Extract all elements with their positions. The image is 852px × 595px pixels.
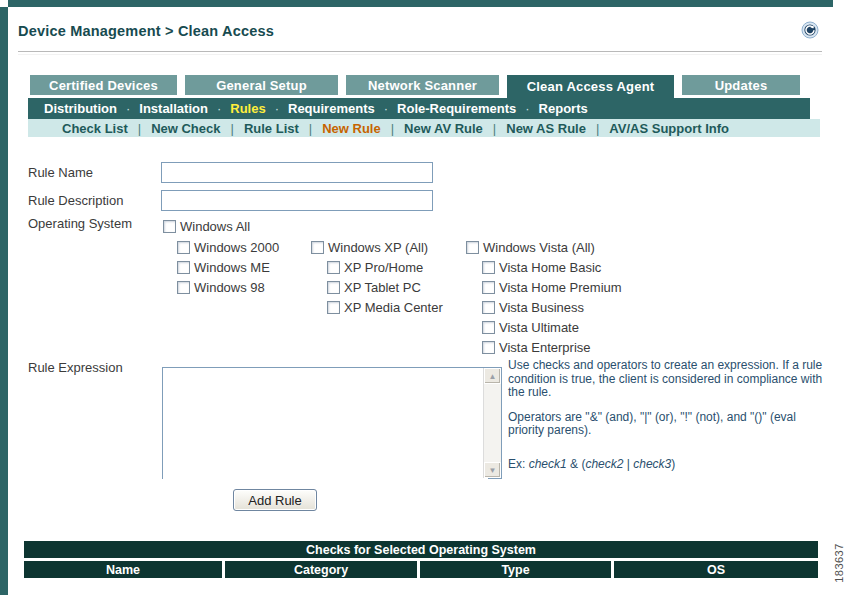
rule-expression-scrollbar[interactable]: ▲ ▼ (483, 368, 501, 478)
checks-table-header-name: Name (24, 561, 222, 578)
help-paragraph-2: Operators are "&" (and), "|" (or), "!" (… (508, 411, 834, 438)
rule-name-input[interactable] (161, 162, 433, 183)
os-checkbox-windows-2000[interactable]: Windows 2000 (177, 240, 279, 255)
rulesnav-separator: | (138, 121, 141, 136)
vista-enterprise-checkbox[interactable] (482, 341, 495, 354)
windows-98-checkbox[interactable] (177, 281, 190, 294)
checks-table-header-os: OS (614, 561, 818, 578)
rule-expression-box: ▲ ▼ (162, 367, 502, 479)
tab-certified-devices[interactable]: Certified Devices (30, 75, 177, 95)
subnav-item-role-requirements[interactable]: Role-Requirements (397, 101, 516, 116)
rule-description-label: Rule Description (28, 193, 123, 208)
tab-network-scanner[interactable]: Network Scanner (346, 75, 499, 95)
os-checkbox-vista-ultimate[interactable]: Vista Ultimate (482, 320, 579, 335)
rulesnav-item-check-list[interactable]: Check List (62, 121, 128, 136)
subnav-separator: · (525, 101, 529, 116)
checkbox-label: Windows All (180, 219, 250, 234)
os-checkbox-xp-media-center[interactable]: XP Media Center (327, 300, 443, 315)
tab-clean-access-agent[interactable]: Clean Access Agent (507, 75, 674, 98)
subnav-item-installation[interactable]: Installation (139, 101, 208, 116)
checkbox-label: Vista Home Premium (499, 280, 622, 295)
subnav-item-requirements[interactable]: Requirements (288, 101, 375, 116)
top-accent-bar (8, 0, 833, 7)
checkbox-label: Vista Ultimate (499, 320, 579, 335)
subnav-separator: · (126, 101, 130, 116)
rule-expression-label: Rule Expression (28, 360, 123, 375)
os-checkbox-vista-home-premium[interactable]: Vista Home Premium (482, 280, 622, 295)
rulesnav-separator: | (391, 121, 394, 136)
checkbox-label: Vista Home Basic (499, 260, 601, 275)
title-divider (18, 51, 822, 55)
os-checkbox-xp-tablet-pc[interactable]: XP Tablet PC (327, 280, 421, 295)
page-title: Device Management > Clean Access (18, 23, 274, 39)
vista-ultimate-checkbox[interactable] (482, 321, 495, 334)
rule-expression-help: Use checks and operators to create an ex… (508, 359, 834, 482)
vista-home-premium-checkbox[interactable] (482, 281, 495, 294)
os-checkbox-vista-enterprise[interactable]: Vista Enterprise (482, 340, 591, 355)
os-checkbox-vista-home-basic[interactable]: Vista Home Basic (482, 260, 601, 275)
os-checkbox-vista-business[interactable]: Vista Business (482, 300, 584, 315)
rule-name-label: Rule Name (28, 165, 93, 180)
help-paragraph-1: Use checks and operators to create an ex… (508, 359, 834, 400)
os-checkbox-windows-98[interactable]: Windows 98 (177, 280, 265, 295)
checkbox-label: XP Tablet PC (344, 280, 421, 295)
os-checkbox-windows-me[interactable]: Windows ME (177, 260, 270, 275)
rulesnav-separator: | (231, 121, 234, 136)
os-checkbox-windows-all[interactable]: Windows All (163, 219, 250, 234)
subnav-separator: · (384, 101, 388, 116)
vista-business-checkbox[interactable] (482, 301, 495, 314)
os-checkbox-xp-pro-home[interactable]: XP Pro/Home (327, 260, 423, 275)
operating-system-label: Operating System (28, 216, 132, 231)
rulesnav-item-new-check[interactable]: New Check (151, 121, 220, 136)
os-checkbox-windows-vista-all[interactable]: Windows Vista (All) (466, 240, 595, 255)
checkbox-label: Windows XP (All) (328, 240, 428, 255)
subnav-separator: · (275, 101, 279, 116)
rulesnav-separator: | (309, 121, 312, 136)
windows-2000-checkbox[interactable] (177, 241, 190, 254)
figure-number: 183637 (833, 542, 845, 584)
checkbox-label: Windows 2000 (194, 240, 279, 255)
checkbox-label: Windows 98 (194, 280, 265, 295)
checks-table-title: Checks for Selected Operating System (24, 541, 818, 558)
windows-vista-all-checkbox[interactable] (466, 241, 479, 254)
checkbox-label: Windows ME (194, 260, 270, 275)
subnav-item-distribution[interactable]: Distribution (44, 101, 117, 116)
windows-xp-all-checkbox[interactable] (311, 241, 324, 254)
rulesnav-item-av-as-support-info[interactable]: AV/AS Support Info (609, 121, 729, 136)
vista-home-basic-checkbox[interactable] (482, 261, 495, 274)
xp-media-center-checkbox[interactable] (327, 301, 340, 314)
rulesnav-item-new-as-rule[interactable]: New AS Rule (506, 121, 586, 136)
subnav-separator: · (217, 101, 221, 116)
rulesnav-item-rule-list[interactable]: Rule List (244, 121, 299, 136)
left-accent-bar (0, 7, 8, 595)
checks-table-header-type: Type (420, 561, 611, 578)
help-example: Ex: check1 & (check2 | check3) (508, 458, 834, 472)
checks-table-header-category: Category (225, 561, 417, 578)
tab-updates[interactable]: Updates (682, 75, 800, 95)
tab-general-setup[interactable]: General Setup (185, 75, 338, 95)
xp-tablet-pc-checkbox[interactable] (327, 281, 340, 294)
rulesnav-item-new-av-rule[interactable]: New AV Rule (404, 121, 483, 136)
refresh-icon[interactable] (801, 21, 819, 39)
checkbox-label: Vista Business (499, 300, 584, 315)
windows-all-checkbox[interactable] (163, 220, 176, 233)
checkbox-label: XP Media Center (344, 300, 443, 315)
rulesnav-separator: | (596, 121, 599, 136)
subnav-item-rules[interactable]: Rules (230, 101, 265, 116)
scroll-down-button[interactable]: ▼ (484, 462, 501, 478)
checkbox-label: Vista Enterprise (499, 340, 591, 355)
windows-me-checkbox[interactable] (177, 261, 190, 274)
rule-expression-textarea[interactable] (163, 368, 488, 482)
rulesnav-separator: | (493, 121, 496, 136)
add-rule-button[interactable]: Add Rule (233, 489, 317, 511)
subnav-item-reports[interactable]: Reports (539, 101, 588, 116)
checkbox-label: XP Pro/Home (344, 260, 423, 275)
rule-description-input[interactable] (161, 190, 433, 211)
scroll-up-button[interactable]: ▲ (484, 368, 501, 384)
checkbox-label: Windows Vista (All) (483, 240, 595, 255)
page-canvas: Device Management > Clean Access Certifi… (0, 0, 852, 595)
rules-nav-bar: Check List | New Check | Rule List | New… (28, 119, 820, 137)
xp-pro-home-checkbox[interactable] (327, 261, 340, 274)
rulesnav-item-new-rule[interactable]: New Rule (322, 121, 381, 136)
os-checkbox-windows-xp-all[interactable]: Windows XP (All) (311, 240, 428, 255)
